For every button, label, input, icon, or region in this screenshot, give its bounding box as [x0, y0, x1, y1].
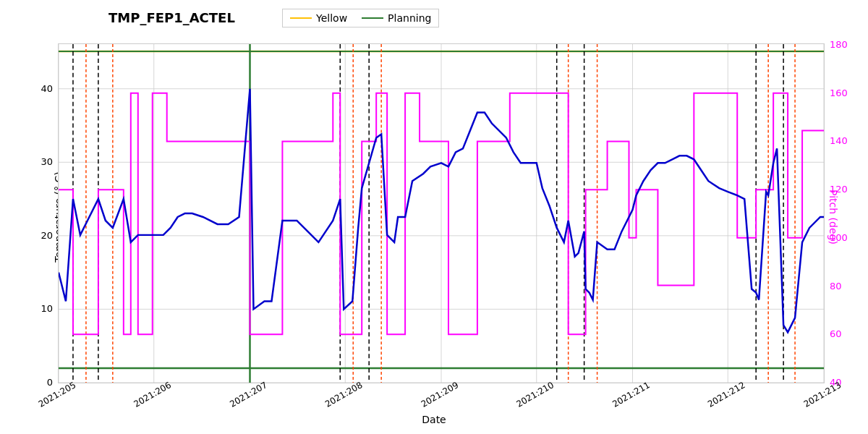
- yellow-legend-label: Yellow: [316, 12, 347, 24]
- svg-text:2021:208: 2021:208: [323, 380, 365, 409]
- svg-text:160: 160: [830, 88, 848, 98]
- planning-legend-line: [362, 17, 383, 19]
- svg-text:180: 180: [830, 39, 848, 50]
- plot-svg: 0 10 20 30 40 40 60 80 100 120 140 160 1…: [59, 44, 824, 383]
- legend-planning: Planning: [362, 12, 431, 24]
- svg-text:140: 140: [830, 135, 848, 146]
- svg-text:2021:206: 2021:206: [132, 380, 173, 409]
- svg-text:2021:213: 2021:213: [802, 380, 843, 409]
- svg-text:2021:210: 2021:210: [514, 380, 556, 409]
- svg-text:2021:207: 2021:207: [228, 380, 269, 409]
- svg-text:120: 120: [830, 184, 848, 195]
- chart-title: TMP_FEP1_ACTEL: [109, 10, 235, 25]
- svg-text:2021:212: 2021:212: [706, 380, 747, 409]
- svg-text:100: 100: [830, 232, 848, 243]
- svg-text:10: 10: [41, 303, 54, 314]
- chart-container: TMP_FEP1_ACTEL Yellow Planning Temperatu…: [0, 0, 868, 434]
- svg-text:2021:211: 2021:211: [610, 380, 652, 409]
- plot-area: 0 10 20 30 40 40 60 80 100 120 140 160 1…: [58, 43, 825, 383]
- svg-text:2021:209: 2021:209: [420, 380, 461, 409]
- svg-text:30: 30: [41, 156, 54, 167]
- svg-text:60: 60: [830, 328, 842, 339]
- legend: Yellow Planning: [282, 9, 439, 27]
- svg-text:40: 40: [41, 83, 54, 94]
- svg-text:20: 20: [41, 230, 54, 241]
- svg-text:80: 80: [830, 281, 842, 292]
- legend-yellow: Yellow: [290, 12, 347, 24]
- x-axis-label: Date: [422, 414, 446, 425]
- svg-text:2021:205: 2021:205: [37, 380, 78, 409]
- yellow-legend-line: [290, 17, 312, 19]
- planning-legend-label: Planning: [388, 12, 431, 24]
- svg-text:0: 0: [47, 377, 53, 388]
